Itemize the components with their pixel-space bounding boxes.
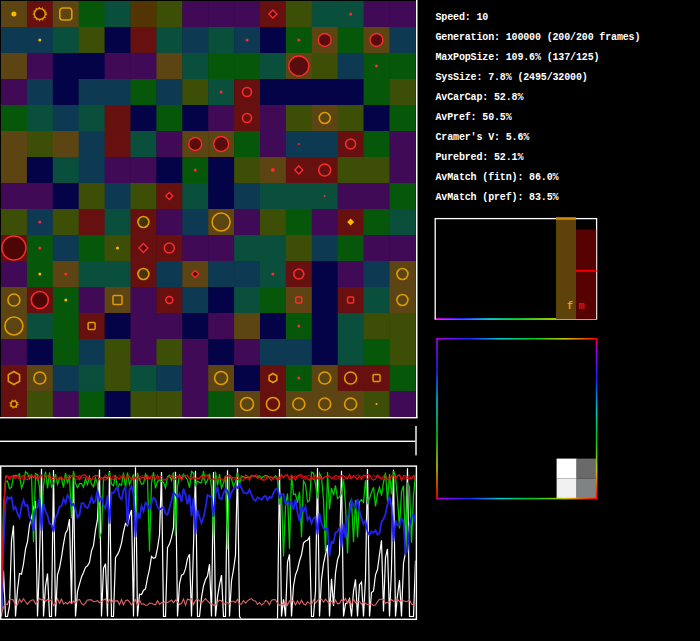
- svg-text:AvMatch (pref): 83.5%: AvMatch (pref): 83.5%: [436, 192, 559, 203]
- svg-text:Cramer's V: 5.6%: Cramer's V: 5.6%: [436, 132, 530, 143]
- svg-text:f: f: [567, 301, 573, 312]
- svg-text:SysSize: 7.8% (2495/32000): SysSize: 7.8% (2495/32000): [436, 72, 588, 83]
- svg-text:Purebred: 52.1%: Purebred: 52.1%: [436, 152, 524, 163]
- svg-text:AvPref: 50.5%: AvPref: 50.5%: [436, 112, 512, 123]
- svg-text:Generation: 100000 (200/200 fr: Generation: 100000 (200/200 frames): [436, 32, 641, 43]
- svg-text:m: m: [579, 301, 585, 312]
- svg-text:AvMatch (fitn): 86.0%: AvMatch (fitn): 86.0%: [436, 172, 559, 183]
- svg-text:MaxPopSize: 109.6% (137/125): MaxPopSize: 109.6% (137/125): [436, 52, 600, 63]
- svg-text:Speed: 10: Speed: 10: [436, 12, 489, 23]
- svg-text:AvCarCap: 52.8%: AvCarCap: 52.8%: [436, 92, 524, 103]
